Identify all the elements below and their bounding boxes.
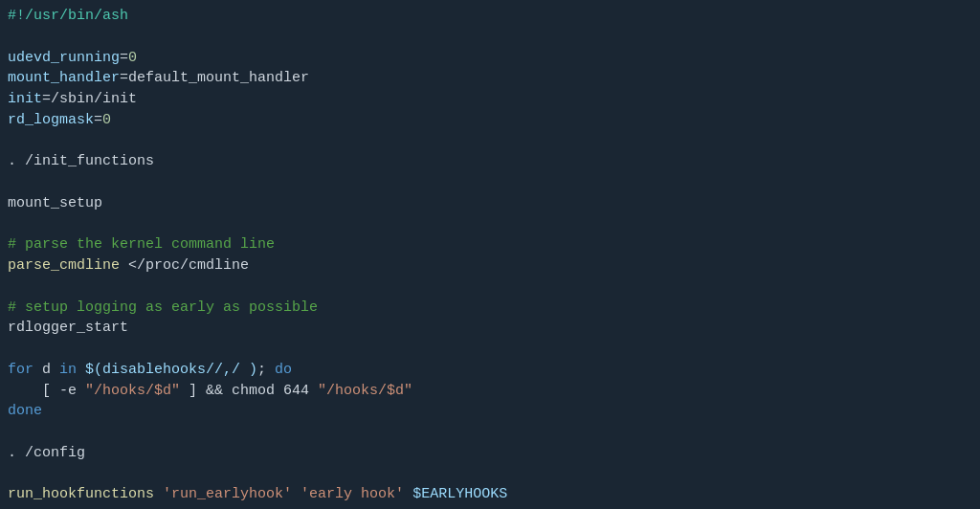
code-line	[8, 422, 972, 443]
code-line: [ -e "/hooks/$d" ] && chmod 644 "/hooks/…	[8, 381, 972, 402]
code-line: udevd_running=0	[8, 48, 972, 69]
code-line: # setup logging as early as possible	[8, 298, 972, 319]
code-line: # parse the kernel command line	[8, 234, 972, 255]
code-line: done	[8, 401, 972, 422]
code-line	[8, 214, 972, 235]
code-line: rdlogger_start	[8, 318, 972, 339]
code-line	[8, 172, 972, 193]
code-line	[8, 131, 972, 152]
code-line	[8, 27, 972, 48]
code-line: mount_setup	[8, 193, 972, 214]
code-line: mount_handler=default_mount_handler	[8, 68, 972, 89]
code-line: #!/usr/bin/ash	[8, 6, 972, 27]
code-line: . /init_functions	[8, 151, 972, 172]
code-line	[8, 339, 972, 360]
code-line: init=/sbin/init	[8, 89, 972, 110]
code-line: . /config	[8, 443, 972, 464]
code-line	[8, 505, 972, 509]
code-line: run_hookfunctions 'run_earlyhook' 'early…	[8, 484, 972, 505]
code-line	[8, 277, 972, 298]
code-line: for d in $(disablehooks//,/ ); do	[8, 360, 972, 381]
code-line: parse_cmdline </proc/cmdline	[8, 255, 972, 277]
code-line: rd_logmask=0	[8, 110, 972, 131]
code-line	[8, 464, 972, 485]
code-editor: #!/usr/bin/ash udevd_running=0mount_hand…	[0, 0, 980, 509]
